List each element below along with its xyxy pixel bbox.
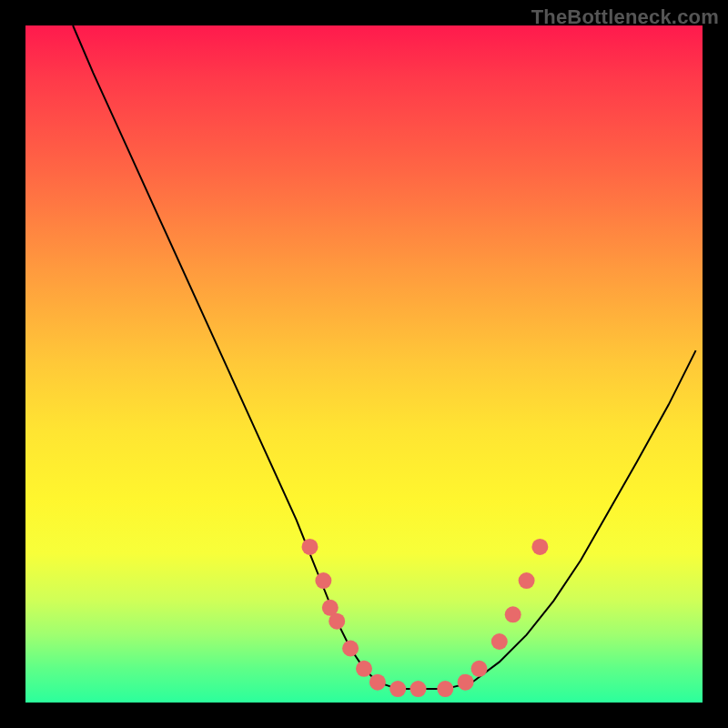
marker-dot — [329, 613, 345, 630]
marker-dot — [505, 606, 521, 622]
marker-dot — [315, 572, 331, 589]
marker-dot — [302, 539, 318, 555]
plot-area — [25, 25, 703, 703]
chart-svg — [25, 25, 703, 703]
bottleneck-curve — [73, 25, 696, 689]
marker-dot — [519, 572, 535, 589]
marker-dot — [437, 681, 453, 697]
marker-dot — [491, 633, 508, 650]
marker-dot — [342, 641, 359, 657]
marker-dot — [471, 661, 488, 677]
watermark-label: TheBottleneck.com — [531, 5, 719, 29]
chart-frame: TheBottleneck.com — [0, 0, 728, 728]
marker-dot — [389, 681, 406, 697]
marker-dot — [356, 661, 372, 677]
marker-dot — [531, 539, 548, 555]
marker-dot — [410, 681, 427, 697]
marker-dot — [369, 674, 386, 691]
marker-dot — [458, 674, 474, 691]
marker-group — [302, 539, 549, 697]
